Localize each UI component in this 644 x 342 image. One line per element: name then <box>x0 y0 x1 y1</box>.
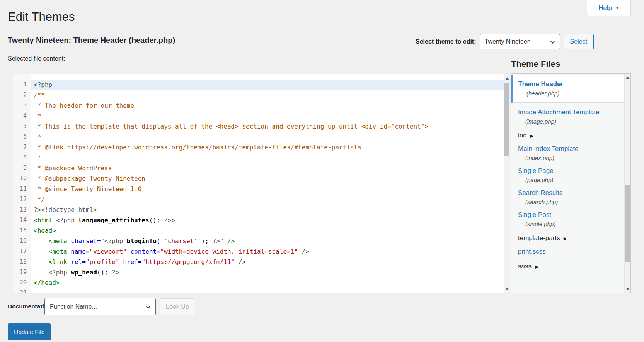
code-token: </head> <box>34 279 60 286</box>
theme-select-dropdown[interactable]: Twenty Nineteen <box>480 34 560 49</box>
code-token: ?> <box>112 269 119 276</box>
code-line[interactable]: 17 <meta name="viewport" content="width=… <box>13 246 504 257</box>
theme-file-name: (index.php) <box>518 155 618 161</box>
theme-file-item: Single Page(page.php) <box>511 161 624 183</box>
folder-label: sass <box>518 262 532 270</box>
line-number: 21 <box>13 288 31 293</box>
code-line[interactable]: 19 <?php wp_head(); ?> <box>13 267 504 278</box>
code-line[interactable]: 10 * @subpackage Twenty_Nineteen <box>13 173 504 184</box>
code-token: ( <box>157 237 164 245</box>
code-line[interactable]: 12 */ <box>13 194 504 205</box>
code-token <box>34 248 49 255</box>
code-token: charset= <box>71 237 101 245</box>
code-viewport[interactable]: 1<?php2/**3 * The header for our theme4 … <box>13 74 504 293</box>
sidebar-scrollbar-thumb[interactable] <box>625 185 630 262</box>
line-number: 18 <box>13 257 31 267</box>
code-line[interactable]: 4 * <box>13 111 504 121</box>
chevron-down-icon: ▼ <box>615 6 619 10</box>
theme-file-link[interactable]: Single Post <box>518 211 551 219</box>
code-token: "viewport" <box>90 248 127 255</box>
code-token <box>223 237 227 245</box>
help-button[interactable]: Help ▼ <box>587 0 631 16</box>
theme-file-link[interactable]: Theme Header <box>518 80 563 88</box>
documentation-select-dropdown[interactable]: Function Name... <box>44 298 156 315</box>
chevron-down-icon <box>550 39 555 44</box>
code-line[interactable]: 16 <meta charset="<?php bloginfo( 'chars… <box>13 236 504 246</box>
theme-file-link[interactable]: Image Attachment Template <box>518 108 599 116</box>
code-line[interactable]: 3 * The header for our theme <box>13 100 504 111</box>
scroll-up-arrow-icon[interactable] <box>626 76 630 79</box>
code-token: " <box>220 237 224 245</box>
theme-file-link[interactable]: Search Results <box>518 189 562 197</box>
code-line[interactable]: 8 * <box>13 152 504 163</box>
theme-file-name: (search.php) <box>518 199 618 205</box>
line-number: 6 <box>13 132 31 142</box>
code-line[interactable]: 1<?php <box>13 80 504 90</box>
code-token <box>298 248 302 255</box>
code-line[interactable]: 13?><!doctype html> <box>13 205 504 215</box>
arrow-right-icon: ▶ <box>535 264 538 269</box>
code-line[interactable]: 20</head> <box>13 278 504 288</box>
code-line[interactable]: 5 * This is the template that displays a… <box>13 121 504 132</box>
sidebar-vertical-scrollbar[interactable] <box>624 74 630 293</box>
theme-selector-row: Select theme to edit: Twenty Nineteen Se… <box>416 34 594 49</box>
theme-folder-inc[interactable]: inc▶ <box>511 125 624 139</box>
code-line[interactable]: 21 <box>13 288 504 293</box>
scroll-up-arrow-icon[interactable] <box>505 77 509 80</box>
code-token: ?> <box>212 237 220 245</box>
code-token: ?> <box>164 217 171 224</box>
code-token: rel= <box>71 258 86 266</box>
theme-folder-sass[interactable]: sass▶ <box>511 256 624 270</box>
code-text: <?php <box>31 80 504 90</box>
code-token: * @since Twenty Nineteen 1.0 <box>34 185 141 193</box>
code-text: */ <box>31 194 504 205</box>
code-line[interactable]: 9 * @package WordPress <box>13 163 504 173</box>
scroll-down-arrow-icon[interactable] <box>505 288 509 290</box>
editor-scrollbar-thumb[interactable] <box>504 83 509 156</box>
documentation-select-value: Function Name... <box>50 303 97 310</box>
line-number: 2 <box>13 90 31 100</box>
line-number: 4 <box>13 111 31 121</box>
code-token: * This is the template that displays all… <box>34 123 428 130</box>
code-line[interactable]: 6 * <box>13 132 504 142</box>
theme-files-list: Theme Header(header.php)Image Attachment… <box>511 74 624 293</box>
theme-file-link[interactable]: Single Page <box>518 167 554 175</box>
line-number: 8 <box>13 152 31 163</box>
code-token <box>52 217 56 224</box>
theme-file-name: (page.php) <box>518 177 618 183</box>
code-text: </head> <box>31 278 504 288</box>
code-editor[interactable]: 1<?php2/**3 * The header for our theme4 … <box>13 74 510 293</box>
code-line[interactable]: 11 * @since Twenty Nineteen 1.0 <box>13 184 504 194</box>
code-token: /> <box>239 258 246 266</box>
code-token <box>67 248 71 255</box>
code-token: wp_head <box>71 269 97 276</box>
code-token: <meta <box>49 237 67 245</box>
line-number: 10 <box>13 173 31 184</box>
look-up-button[interactable]: Look Up <box>160 298 195 315</box>
code-token: */ <box>34 196 45 203</box>
code-text: * @package WordPress <box>31 163 504 173</box>
code-token <box>34 258 49 266</box>
page-subtitle: Twenty Nineteen: Theme Header (header.ph… <box>8 36 175 45</box>
theme-file-link[interactable]: print.scss <box>518 248 546 256</box>
theme-folder-template-parts[interactable]: template-parts▶ <box>511 227 624 242</box>
code-token: (); <box>149 217 164 224</box>
theme-file-link[interactable]: Main Index Template <box>518 145 579 153</box>
code-line[interactable]: 14<html <?php language_attributes(); ?>> <box>13 215 504 225</box>
scroll-down-arrow-icon[interactable] <box>626 288 630 290</box>
code-token <box>34 237 49 245</box>
code-token: href= <box>123 258 141 266</box>
line-number: 5 <box>13 121 31 132</box>
editor-vertical-scrollbar[interactable] <box>504 74 510 293</box>
code-line[interactable]: 18 <link rel="profile" href="https://gmp… <box>13 257 504 267</box>
code-token: > <box>171 217 175 224</box>
line-number: 13 <box>13 205 31 215</box>
code-line[interactable]: 2/** <box>13 90 504 100</box>
update-file-button[interactable]: Update File <box>8 323 51 340</box>
code-token: <?php <box>104 237 127 245</box>
select-theme-button[interactable]: Select <box>564 34 594 49</box>
code-token: content= <box>130 248 160 255</box>
code-line[interactable]: 7 * @link https://developer.wordpress.or… <box>13 142 504 152</box>
code-line[interactable]: 15<head> <box>13 225 504 236</box>
code-token: * @subpackage Twenty_Nineteen <box>34 175 145 182</box>
